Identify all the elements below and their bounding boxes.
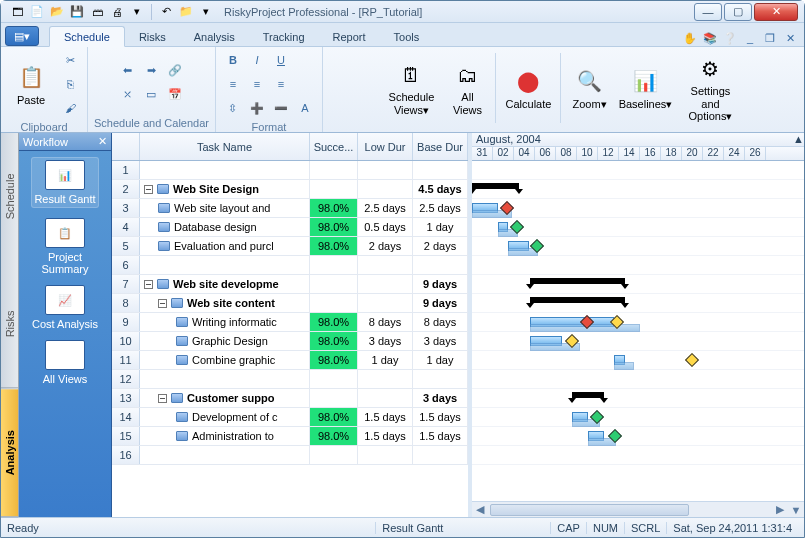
calculate-button[interactable]: ⬤Calculate [500, 62, 556, 115]
unlink-icon[interactable]: ⤫ [116, 83, 138, 105]
tab-risks[interactable]: Risks [125, 27, 180, 46]
col-success[interactable]: Succe... [310, 133, 358, 160]
table-row[interactable]: 2Web Site Design4.5 days [112, 180, 468, 199]
table-row[interactable]: 4Database design98.0%0.5 days1 day [112, 218, 468, 237]
rowheight-icon[interactable]: ⇳ [222, 97, 244, 119]
wf-cost-analysis[interactable]: 📈Cost Analysis [32, 285, 98, 330]
status-ready: Ready [7, 522, 39, 534]
tab-schedule[interactable]: Schedule [49, 26, 125, 47]
chevron-down-icon[interactable]: ▾ [129, 4, 145, 20]
open-icon[interactable]: 📂 [49, 4, 65, 20]
wf-all-views[interactable]: 🗂All Views [43, 340, 87, 385]
undo-icon[interactable]: ↶ [158, 4, 174, 20]
deleterow-icon[interactable]: ➖ [270, 97, 292, 119]
scroll-up-icon[interactable]: ▲ [793, 133, 804, 145]
tab-analysis[interactable]: Analysis [180, 27, 249, 46]
paste-button[interactable]: 📋 Paste [7, 58, 55, 111]
table-row[interactable]: 3Web site layout and98.0%2.5 days2.5 day… [112, 199, 468, 218]
scroll-down-icon[interactable]: ▼ [788, 504, 804, 516]
mdi-close-icon[interactable]: ✕ [782, 30, 798, 46]
tab-tools[interactable]: Tools [380, 27, 434, 46]
table-row[interactable]: 14Development of c98.0%1.5 days1.5 days [112, 408, 468, 427]
scroll-right-icon[interactable]: ▶ [772, 503, 788, 516]
table-row[interactable]: 9Writing informatic98.0%8 days8 days [112, 313, 468, 332]
italic-icon[interactable]: I [246, 49, 268, 71]
table-row[interactable]: 12 [112, 370, 468, 389]
status-view: Result Gantt [375, 522, 449, 534]
group-clipboard: 📋 Paste ✂ ⎘ 🖌 Clipboard [1, 47, 88, 132]
brush-icon[interactable]: 🖌 [59, 97, 81, 119]
table-row[interactable]: 15Administration to98.0%1.5 days1.5 days [112, 427, 468, 446]
align-center-icon[interactable]: ≡ [246, 73, 268, 95]
saveall-icon[interactable]: 🗃 [89, 4, 105, 20]
tab-report[interactable]: Report [319, 27, 380, 46]
chart-icon: 📈 [45, 285, 85, 315]
minimize-button[interactable]: — [694, 3, 722, 21]
col-base-dur[interactable]: Base Dur [413, 133, 468, 160]
gantt-body[interactable] [472, 161, 804, 501]
gantt-hscroll[interactable]: ◀ ▶ ▼ [472, 501, 804, 517]
save-icon[interactable]: 💾 [69, 4, 85, 20]
underline-icon[interactable]: U [270, 49, 292, 71]
workflow-title: Workflow [23, 136, 68, 148]
vtab-analysis[interactable]: Analysis [1, 389, 18, 517]
tab-tracking[interactable]: Tracking [249, 27, 319, 46]
table-row[interactable]: 10Graphic Design98.0%3 days3 days [112, 332, 468, 351]
mdi-restore-icon[interactable]: ❐ [762, 30, 778, 46]
table-row[interactable]: 1 [112, 161, 468, 180]
outdent-icon[interactable]: ⬅ [116, 59, 138, 81]
settings-button[interactable]: ⚙Settings and Options▾ [677, 49, 743, 127]
table-row[interactable]: 13Customer suppo3 days [112, 389, 468, 408]
folder-icon[interactable]: 📁 [178, 4, 194, 20]
gantt-chart: August, 2004▲ 31020406081012141618202224… [472, 133, 804, 517]
schedule-views-button[interactable]: 🗓Schedule Views▾ [383, 55, 439, 120]
calendar-icon[interactable]: 📅 [164, 83, 186, 105]
mdi-min-icon[interactable]: _ [742, 30, 758, 46]
task-icon[interactable]: ▭ [140, 83, 162, 105]
scroll-thumb[interactable] [490, 504, 689, 516]
hand-icon[interactable]: ✋ [682, 30, 698, 46]
table-row[interactable]: 16 [112, 446, 468, 465]
status-datetime: Sat, Sep 24,2011 1:31:4 [666, 522, 798, 534]
vtab-risks[interactable]: Risks [1, 260, 18, 388]
books-icon[interactable]: 📚 [702, 30, 718, 46]
vtab-schedule[interactable]: Schedule [1, 133, 18, 260]
baselines-button[interactable]: 📊Baselines▾ [617, 62, 673, 115]
insertrow-icon[interactable]: ➕ [246, 97, 268, 119]
table-row[interactable]: 11Combine graphic98.0%1 day1 day [112, 351, 468, 370]
cut-icon[interactable]: ✂ [59, 49, 81, 71]
copy-icon[interactable]: ⎘ [59, 73, 81, 95]
indent-icon[interactable]: ➡ [140, 59, 162, 81]
all-views-button[interactable]: 🗂All Views [443, 55, 491, 120]
col-low-dur[interactable]: Low Dur [358, 133, 413, 160]
bold-icon[interactable]: B [222, 49, 244, 71]
all-views-icon: 🗂 [451, 59, 483, 91]
table-row[interactable]: 6 [112, 256, 468, 275]
chevron-down-icon[interactable]: ▾ [198, 4, 214, 20]
maximize-button[interactable]: ▢ [724, 3, 752, 21]
table-row[interactable]: 7Web site developme9 days [112, 275, 468, 294]
close-button[interactable]: ✕ [754, 3, 798, 21]
link-icon[interactable]: 🔗 [164, 59, 186, 81]
table-row[interactable]: 5Evaluation and purcl98.0%2 days2 days [112, 237, 468, 256]
col-task-name[interactable]: Task Name [140, 133, 310, 160]
wf-result-gantt[interactable]: 📊Result Gantt [31, 157, 98, 208]
baselines-icon: 📊 [629, 66, 661, 98]
print-icon[interactable]: 🖨 [109, 4, 125, 20]
summary-icon: 📋 [45, 218, 85, 248]
wf-project-summary[interactable]: 📋Project Summary [23, 218, 107, 275]
file-button[interactable]: ▤▾ [5, 26, 39, 46]
align-right-icon[interactable]: ≡ [270, 73, 292, 95]
table-row[interactable]: 8Web site content9 days [112, 294, 468, 313]
group-schedule-calendar: ⬅➡🔗 ⤫▭📅 Schedule and Calendar [88, 47, 216, 132]
status-cap: CAP [550, 522, 586, 534]
font-icon[interactable]: A [294, 97, 316, 119]
help-icon[interactable]: ❔ [722, 30, 738, 46]
new-icon[interactable]: 📄 [29, 4, 45, 20]
close-icon[interactable]: ✕ [98, 135, 107, 148]
grid-body[interactable]: 12Web Site Design4.5 days3Web site layou… [112, 161, 468, 517]
align-left-icon[interactable]: ≡ [222, 73, 244, 95]
gantt-icon: 📊 [45, 160, 85, 190]
zoom-button[interactable]: 🔍Zoom▾ [565, 62, 613, 115]
scroll-left-icon[interactable]: ◀ [472, 503, 488, 516]
